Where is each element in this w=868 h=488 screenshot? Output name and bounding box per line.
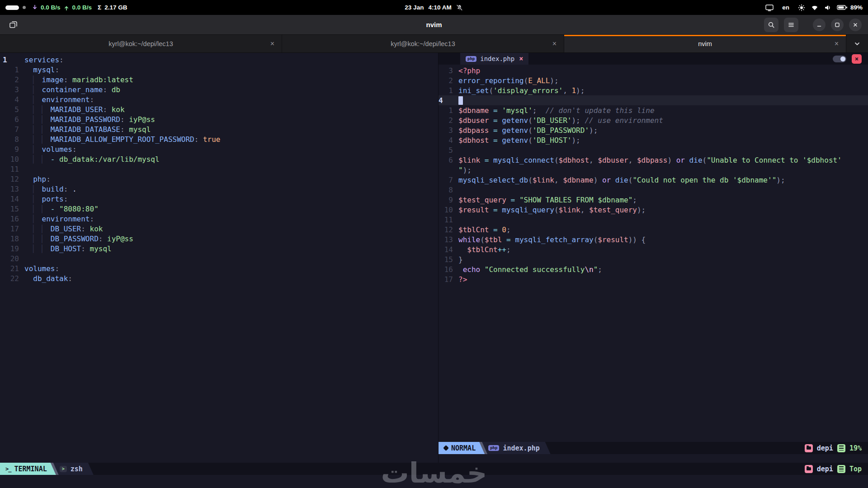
code-line[interactable]: 4$dbhost = getenv('DB_HOST');: [439, 135, 868, 145]
yaml-editor-pane[interactable]: 1services:1 mysql:2 ▏ image: mariadb:lat…: [0, 53, 439, 463]
code-line[interactable]: 1$dbname = 'mysql'; // don't update this…: [439, 105, 868, 115]
code-line[interactable]: 12 php:: [3, 174, 438, 184]
clock-menu[interactable]: 23 Jan 4:10 AM: [405, 0, 463, 15]
workspace-indicator[interactable]: [5, 5, 26, 10]
buffer-tab-index-php[interactable]: php index.php ×: [460, 53, 528, 65]
code-line[interactable]: 3 ▏ container_name: db: [3, 84, 438, 94]
php-pane-code[interactable]: 3<?php2error_reporting(E_ALL);1ini_set('…: [439, 65, 868, 442]
search-button[interactable]: [764, 18, 778, 32]
code-line[interactable]: ");: [439, 165, 868, 175]
code-line[interactable]: 20: [3, 253, 438, 263]
code-line[interactable]: 9 ▏ volumes:: [3, 144, 438, 154]
project-folder-icon: [805, 465, 813, 473]
tab-close-button[interactable]: ×: [835, 40, 839, 47]
code-line[interactable]: 11: [3, 164, 438, 174]
tab-close-button[interactable]: ×: [270, 40, 274, 47]
code-line[interactable]: 13 ▏ build: .: [3, 184, 438, 194]
notifications-muted-icon: [456, 4, 463, 11]
menu-button[interactable]: [784, 18, 798, 32]
network-speed-indicator[interactable]: 0.0 B/s 0.0 B/s Σ 2.17 GB: [32, 4, 127, 11]
code-line[interactable]: 7 ▏ ▏ MARIADB_DATABASE: mysql: [3, 124, 438, 134]
php-editor-pane[interactable]: php index.php × × 3<?php2error_reporting…: [439, 53, 868, 463]
code-line[interactable]: 6$link = mysqli_connect($dbhost, $dbuser…: [439, 155, 868, 165]
tab-strip: kyrl@kok:~/depi/lec13×kyrl@kok:~/depi/le…: [0, 35, 846, 52]
code-line[interactable]: 15}: [439, 254, 868, 264]
window-titlebar[interactable]: nvim: [0, 15, 868, 35]
wifi-icon: [811, 5, 818, 11]
code-line[interactable]: 11: [439, 215, 868, 225]
scroll-progress: 19%: [849, 444, 862, 452]
tab-close-button[interactable]: ×: [552, 40, 557, 47]
code-line[interactable]: 17 ▏ ▏ DB_USER: kok: [3, 224, 438, 234]
line-number: 9: [439, 196, 453, 204]
buffer-close-icon[interactable]: ×: [519, 55, 523, 63]
terminal-mode-label: TERMINAL: [14, 465, 47, 473]
code-line[interactable]: 10 ▏ ▏ - db_datak:/var/lib/mysql: [3, 154, 438, 164]
code-line[interactable]: 22 db_datak:: [3, 273, 438, 283]
code-line[interactable]: 16 echo "Connected successfully\n";: [439, 264, 868, 274]
volume-icon: [824, 5, 831, 11]
code-line[interactable]: 9$test_query = "SHOW TABLES FROM $dbname…: [439, 195, 868, 205]
line-number: 5: [3, 105, 19, 114]
code-line[interactable]: 8: [439, 185, 868, 195]
code-line[interactable]: 10$result = mysqli_query($link, $test_qu…: [439, 205, 868, 215]
window-title: nvim: [0, 21, 868, 28]
close-window-button[interactable]: [849, 19, 862, 31]
code-text: ▏ ▏ MARIADB_PASSWORD: iyP@ss: [24, 115, 155, 124]
code-text: ▏ build: .: [24, 185, 77, 193]
workspace-inactive-dot[interactable]: [23, 6, 26, 9]
quick-settings[interactable]: en 89%: [765, 4, 868, 11]
terminal-tab-active[interactable]: nvim×: [564, 35, 846, 52]
code-line[interactable]: 15 ▏ ▏ - "8080:80": [3, 204, 438, 214]
line-number: 16: [3, 215, 19, 223]
code-line[interactable]: 1services:: [3, 55, 438, 65]
code-line[interactable]: 17?>: [439, 274, 868, 284]
code-line[interactable]: 8 ▏ ▏ MARIADB_ALLOW_EMPTY_ROOT_PASSWORD:…: [3, 134, 438, 144]
code-text: ▏ ▏ MARIADB_DATABASE: mysql: [24, 125, 151, 134]
brightness-icon: [798, 4, 805, 11]
code-line[interactable]: 3<?php: [439, 66, 868, 75]
code-line[interactable]: 16 ▏ environment:: [3, 214, 438, 224]
code-line[interactable]: 13while($tbl = mysqli_fetch_array($resul…: [439, 235, 868, 244]
code-text: ▏ ▏ DB_HOST: mysql: [24, 244, 112, 253]
code-line[interactable]: 3$dbpass = getenv('DB_PASSWORD');: [439, 125, 868, 135]
code-line[interactable]: 1 mysql:: [3, 65, 438, 75]
terminal-tab[interactable]: kyrl@kok:~/depi/lec13×: [282, 35, 564, 52]
code-line[interactable]: 7mysqli_select_db($link, $dbname) or die…: [439, 175, 868, 185]
code-line[interactable]: 5: [439, 145, 868, 155]
editor-gap: [439, 454, 868, 463]
code-line[interactable]: 12$tblCnt = 0;: [439, 225, 868, 235]
code-line[interactable]: 4 ▏ environment:: [3, 94, 438, 104]
code-line[interactable]: 14 ▏ ports:: [3, 194, 438, 204]
pane-close-button[interactable]: ×: [852, 54, 862, 64]
tab-overview-button[interactable]: [846, 35, 868, 52]
code-line[interactable]: 2error_reporting(E_ALL);: [439, 75, 868, 85]
code-line[interactable]: 6 ▏ ▏ MARIADB_PASSWORD: iyP@ss: [3, 114, 438, 124]
toggle-switch[interactable]: [833, 56, 846, 62]
maximize-button[interactable]: [831, 19, 844, 31]
code-text: ▏ ▏ DB_USER: kok: [24, 225, 103, 233]
code-line[interactable]: 21volumes:: [3, 263, 438, 273]
line-number: 4: [439, 96, 453, 105]
battery-percent: 89%: [850, 4, 863, 11]
statusline-terminal: >_ TERMINAL > zsh depi Top: [0, 463, 868, 475]
code-line[interactable]: 14 $tblCnt++;: [439, 244, 868, 254]
line-number: 15: [439, 255, 453, 264]
code-line[interactable]: 18 ▏ ▏ DB_PASSWORD: iyP@ss: [3, 234, 438, 244]
line-number: 14: [439, 245, 453, 254]
code-line[interactable]: 4: [439, 95, 868, 105]
statusline-php: NORMAL php index.php depi 19%: [439, 442, 868, 454]
code-text: while($tbl = mysqli_fetch_array($result)…: [458, 235, 646, 244]
keyboard-layout-indicator[interactable]: en: [782, 4, 789, 11]
code-line[interactable]: 19 ▏ ▏ DB_HOST: mysql: [3, 244, 438, 253]
line-number: 15: [3, 205, 19, 213]
terminal-tab[interactable]: kyrl@kok:~/depi/lec13×: [0, 35, 282, 52]
code-line[interactable]: 5 ▏ ▏ MARIADB_USER: kok: [3, 104, 438, 114]
workspace-active-pill[interactable]: [5, 5, 19, 10]
code-line[interactable]: 2$dbuser = getenv('DB_USER'); // use env…: [439, 115, 868, 125]
code-line[interactable]: 2 ▏ image: mariadb:latest: [3, 75, 438, 84]
code-line[interactable]: 1ini_set('display_errors', 1);: [439, 85, 868, 95]
minimize-button[interactable]: [813, 19, 826, 31]
line-number: 1: [439, 106, 453, 115]
new-tab-button[interactable]: [5, 18, 21, 32]
